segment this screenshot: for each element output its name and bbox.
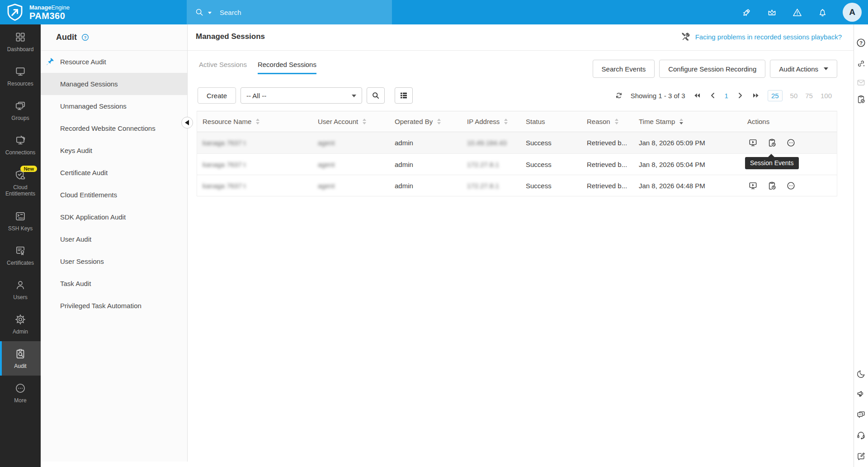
cell-user-account-redacted: agent: [312, 161, 389, 168]
nav-item-certificates[interactable]: Certificates: [0, 238, 41, 272]
envelope-icon[interactable]: [856, 78, 866, 87]
cell-timestamp: Jan 8, 2026 04:48 PM: [633, 182, 742, 190]
cell-ip-redacted: 10.49.184.43: [462, 139, 520, 147]
global-search-input[interactable]: [220, 9, 369, 16]
col-resource-name[interactable]: Resource Name: [197, 118, 312, 125]
column-chooser-button[interactable]: [395, 87, 413, 104]
nav-item-more[interactable]: More: [0, 376, 41, 410]
link-icon[interactable]: [856, 59, 866, 68]
sidebar-item-unmanaged-sessions[interactable]: Unmanaged Sessions: [41, 95, 187, 117]
col-reason[interactable]: Reason: [581, 118, 633, 125]
sidebar-item-resource-audit[interactable]: Resource Audit: [41, 51, 187, 73]
nav-item-cloud-entitlements[interactable]: New Cloud Entitlements: [0, 162, 41, 204]
new-badge: New: [20, 166, 37, 172]
crown-icon[interactable]: [767, 7, 777, 18]
prev-page-icon[interactable]: [709, 91, 717, 100]
dashboard-icon: [14, 31, 26, 43]
sort-icon-desc: [679, 119, 683, 124]
moon-icon[interactable]: [856, 369, 866, 379]
nav-item-dashboard[interactable]: Dashboard: [0, 24, 41, 59]
page-number[interactable]: 1: [725, 92, 728, 100]
nav-item-ssh-keys[interactable]: SSH SSH Keys: [0, 204, 41, 238]
search-events-button[interactable]: Search Events: [593, 60, 655, 78]
sidebar-item-certificate-audit[interactable]: Certificate Audit: [41, 162, 187, 184]
sidebar-item-task-audit[interactable]: Task Audit: [41, 272, 187, 295]
nav-item-resources[interactable]: Resources: [0, 59, 41, 93]
chevron-down-icon: [824, 67, 828, 70]
more-actions-icon[interactable]: [786, 138, 796, 148]
session-events-icon[interactable]: [767, 181, 777, 191]
table-search-button[interactable]: [367, 87, 385, 104]
headset-icon[interactable]: [856, 430, 866, 440]
bell-icon[interactable]: [817, 7, 828, 18]
tab-active-sessions[interactable]: Active Sessions: [199, 61, 247, 74]
table-row[interactable]: kanaga 7637 t agent admin 172.27.8.1 Suc…: [197, 175, 837, 196]
session-events-icon[interactable]: [767, 138, 777, 148]
sidebar-item-sdk-application-audit[interactable]: SDK Application Audit: [41, 206, 187, 228]
search-icon[interactable]: [194, 7, 204, 17]
nav-item-audit[interactable]: Audit: [0, 341, 41, 376]
nav-item-connections[interactable]: Connections: [0, 128, 41, 162]
page-size-50[interactable]: 50: [790, 92, 798, 100]
session-playback-icon[interactable]: [748, 138, 758, 148]
sidebar-item-user-sessions[interactable]: User Sessions: [41, 250, 187, 272]
sidebar-item-privileged-task-automation[interactable]: Privileged Task Automation: [41, 295, 187, 317]
clipboard-check-icon[interactable]: [856, 95, 866, 104]
global-search-bar[interactable]: [187, 0, 392, 24]
column-chooser-icon: [399, 91, 408, 100]
chevron-left-icon: [185, 120, 189, 125]
search-scope-caret-icon[interactable]: [208, 12, 212, 14]
page-header: Managed Sessions Facing problems in reco…: [188, 24, 854, 51]
rocket-icon[interactable]: [741, 7, 752, 18]
chat-icon[interactable]: [856, 410, 866, 419]
sidebar-item-keys-audit[interactable]: Keys Audit: [41, 139, 187, 162]
create-button[interactable]: Create: [198, 87, 236, 104]
table-row[interactable]: kanaga 7637 t agent admin 10.49.184.43 S…: [197, 132, 837, 153]
cell-reason: Retrieved b...: [581, 182, 633, 190]
table-row[interactable]: kanaga 7637 t agent admin 172.27.8.1 Suc…: [197, 153, 837, 175]
configure-session-recording-button[interactable]: Configure Session Recording: [659, 60, 765, 78]
last-page-icon[interactable]: [752, 91, 760, 100]
page-size-25[interactable]: 25: [768, 90, 783, 101]
page-title: Managed Sessions: [196, 32, 265, 41]
sidebar-collapse-button[interactable]: [181, 117, 193, 129]
cell-actions: [742, 138, 837, 148]
more-actions-icon[interactable]: [786, 181, 796, 191]
top-header: ManageEngine PAM360 A: [0, 0, 868, 24]
svg-text:SSH: SSH: [18, 216, 24, 219]
sidebar-item-user-audit[interactable]: User Audit: [41, 228, 187, 250]
col-time-stamp[interactable]: Time Stamp: [633, 118, 742, 125]
clipboard-search-icon: [14, 348, 26, 360]
playback-help-link[interactable]: Facing problems in recorded sessions pla…: [681, 32, 842, 42]
tab-recorded-sessions[interactable]: Recorded Sessions: [258, 61, 316, 74]
avatar[interactable]: A: [843, 3, 862, 22]
page-size-100[interactable]: 100: [821, 92, 832, 100]
page-size-75[interactable]: 75: [805, 92, 813, 100]
col-user-account[interactable]: User Account: [312, 118, 389, 125]
pin-icon[interactable]: [46, 57, 55, 66]
audit-actions-button[interactable]: Audit Actions: [770, 60, 837, 78]
session-playback-icon[interactable]: [748, 181, 758, 191]
megaphone-icon[interactable]: [856, 389, 866, 398]
cell-actions: [742, 181, 837, 191]
col-operated-by[interactable]: Operated By: [389, 118, 462, 125]
sidebar-item-cloud-entitlements[interactable]: Cloud Entitlements: [41, 184, 187, 206]
question-circle-icon[interactable]: ?: [81, 33, 90, 42]
brand-logo[interactable]: ManageEngine PAM360: [6, 3, 70, 21]
sidebar-item-recorded-website-connections[interactable]: Recorded Website Connections: [41, 117, 187, 139]
nav-item-users[interactable]: Users: [0, 272, 41, 307]
col-status[interactable]: Status: [520, 118, 581, 125]
first-page-icon[interactable]: [693, 91, 701, 100]
alert-triangle-icon[interactable]: [792, 7, 802, 18]
refresh-icon[interactable]: [615, 91, 623, 100]
sidebar-title-row: Audit ?: [41, 24, 187, 51]
filter-select[interactable]: -- All --: [241, 87, 362, 104]
gear-icon: [14, 314, 26, 325]
nav-item-groups[interactable]: Groups: [0, 93, 41, 128]
nav-item-admin[interactable]: Admin: [0, 307, 41, 341]
help-circle-icon[interactable]: ?: [856, 38, 866, 48]
next-page-icon[interactable]: [736, 91, 744, 100]
sidebar-item-managed-sessions[interactable]: Managed Sessions: [41, 73, 187, 95]
feedback-note-icon[interactable]: [856, 451, 866, 461]
col-ip-address[interactable]: IP Address: [462, 118, 520, 125]
